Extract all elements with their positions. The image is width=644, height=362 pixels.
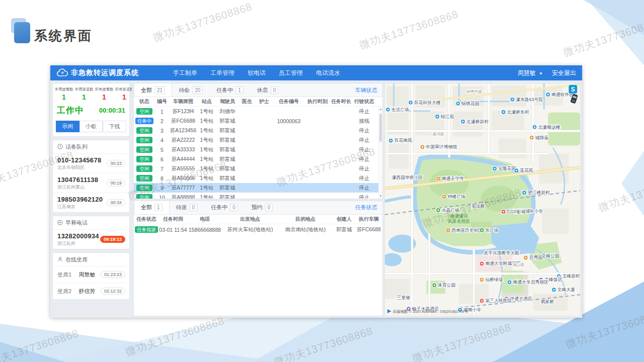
task-status-link[interactable]: 任务状态	[355, 204, 382, 211]
cell-driver: 郭富城	[216, 165, 238, 172]
cell-task_no: 10000063	[273, 118, 305, 124]
call-queue-list: 010-12345678北京市朝阳区00:2313047611138浙江杭州萧山…	[53, 154, 129, 212]
scroll-down-arrow[interactable]: ▼	[379, 194, 382, 199]
tab-任务中[interactable]: 任务中0	[204, 201, 245, 214]
tab-预约[interactable]: 预约0	[245, 201, 280, 214]
watermark: 微功夫13773608868	[358, 7, 460, 52]
status-badge: 空闲	[136, 127, 152, 134]
clock-icon	[57, 144, 63, 150]
map[interactable]: 钟秀中路南通软件园濠东路63号院百花科技大楼锦绣花园生活广场北濠桥东村锦江苑北濠…	[384, 83, 581, 316]
user-menu[interactable]: 周慧敏 ▼	[518, 69, 543, 77]
stat: 所有接警数1	[94, 86, 114, 101]
tab-全部[interactable]: 全部21	[134, 83, 172, 97]
task-status-badge: 任务指派	[135, 226, 158, 233]
watermark: 微功夫13773608868	[272, 324, 375, 362]
status-button-示闲[interactable]: 示闲	[56, 121, 79, 132]
column-header: 行驶状态	[352, 98, 376, 105]
slide: 系统界面 微功夫13773608868微功夫13773608868微功夫1377…	[0, 0, 644, 362]
menu-item-4[interactable]: 员工管理	[279, 69, 303, 77]
stat-label: 本周派遣数	[75, 86, 94, 92]
stats-row: 本周接警数1本周派遣数1所有接警数1所有派遣数1	[53, 83, 129, 101]
table-row[interactable]: 空闲8苏A666661号站郭富城停止	[134, 173, 382, 183]
cell-station: 1号站	[197, 118, 216, 125]
status-badge: 空闲	[136, 194, 152, 198]
logout-button[interactable]: 安全退出	[552, 69, 576, 77]
tab-休息[interactable]: 休息0	[251, 83, 286, 97]
table-row[interactable]: 空闲9苏A777771号站郭富城停止	[134, 183, 382, 193]
vehicle-status-link[interactable]: 车辆状态	[355, 86, 382, 94]
table-row[interactable]: 空闲6苏A444441号站郭富城停止	[134, 154, 382, 164]
column-header: 驾驶员	[216, 98, 238, 105]
tab-任务中[interactable]: 任务中1	[210, 83, 251, 97]
decoration-triangle	[584, 0, 644, 35]
map-label: 钟楼广场	[447, 194, 465, 199]
column-header: 车辆牌照	[169, 98, 197, 105]
column-header: 任务编号	[273, 98, 305, 105]
table-row[interactable]: 空闲1苏F123f41号站刘德华停止	[134, 107, 382, 116]
map-label: 城隍庙	[535, 135, 549, 140]
column-header: 创建人	[333, 216, 355, 223]
list-item[interactable]: 010-12345678北京市朝阳区00:23	[53, 154, 129, 173]
early-release-list: 13282000934浙江杭州09:19:12	[53, 230, 129, 249]
status-button-下线[interactable]: 下线	[103, 121, 126, 132]
table-row[interactable]: 空闲4苏A222221号站郭富城停止	[134, 135, 382, 145]
map-canvas: 钟秀中路南通软件园濠东路63号院百花科技大楼锦绣花园生活广场北濠桥东村锦江苑北濠…	[385, 83, 580, 316]
cell-driver: 郭富城	[216, 146, 238, 153]
map-label: 望江楼新村	[528, 190, 550, 195]
table-row[interactable]: 空闲3苏A1234561号站郭富城停止	[134, 126, 382, 135]
status-button-小歇[interactable]: 小歇	[79, 121, 103, 132]
cell-creator: 郭富城	[333, 226, 355, 233]
scrollbar-thumb[interactable]	[379, 114, 382, 142]
column-header: 执行时刻	[305, 98, 330, 105]
map-label: 仙桥绿堤	[485, 277, 503, 282]
map-label: 北濠顺达楼	[538, 125, 560, 130]
table-row[interactable]: 空闲7苏A555551号站郭富城停止	[134, 164, 382, 173]
tab-label: 待派	[176, 204, 187, 211]
cell-station: 1号站	[197, 146, 216, 153]
watermark: 微功夫13773608868	[411, 320, 513, 362]
agent-seat: 坐席1	[57, 271, 71, 279]
metro-logo-icon: S	[569, 85, 577, 94]
tab-待派[interactable]: 待派0	[170, 201, 205, 214]
table-row[interactable]: 任务中2苏FC66881号站郭富城10000063接线	[134, 116, 382, 126]
tab-待命[interactable]: 待命20	[172, 83, 210, 97]
column-header: 编号	[155, 98, 169, 105]
list-item[interactable]: 13282000934浙江杭州09:19:12	[53, 230, 129, 249]
duration-badge: 01:23:23	[101, 271, 125, 278]
map-label: 百花南苑	[394, 138, 412, 143]
tab-全部[interactable]: 全部1	[134, 201, 170, 214]
svg-text:高德地图 © 2020 AutoNavi - GS(2018: 高德地图 © 2020 AutoNavi - GS(2018)1709号	[393, 309, 468, 314]
duration-badge: 00:23	[107, 160, 125, 167]
menu-item-5[interactable]: 电话流水	[316, 69, 340, 77]
cell-vehicle: 苏FC6688	[355, 226, 382, 233]
person-icon	[57, 256, 63, 263]
phone-release-icon	[57, 220, 63, 226]
stat-value: 1	[74, 93, 94, 101]
menu-item-2[interactable]: 工单管理	[210, 69, 234, 77]
cell-driver: 郭富城	[216, 137, 238, 144]
decoration-triangle	[564, 0, 644, 65]
tab-count: 0	[265, 204, 273, 211]
map-label: 北濠桥东村	[507, 110, 529, 115]
early-release-card: 早释电话 13282000934浙江杭州09:19:12	[52, 216, 130, 249]
scroll-up-arrow[interactable]: ▲	[379, 107, 382, 112]
list-item[interactable]: 13047611138浙江杭州萧山00:19	[53, 173, 129, 193]
stat-label: 本周接警数	[55, 86, 73, 92]
cell-drive: 停止	[352, 194, 376, 199]
menu-item-3[interactable]: 软电话	[248, 69, 266, 77]
column-header: 任务状态	[134, 216, 159, 223]
agent-row[interactable]: 坐席2舒信芳02:12:32	[53, 283, 129, 299]
tab-label: 休息	[257, 86, 268, 94]
menu-item-1[interactable]: 手工制单	[173, 69, 197, 77]
table-row[interactable]: 空闲5苏A333331号站郭富城停止	[134, 145, 382, 154]
cell-station: 1号站	[197, 194, 216, 199]
status-badge: 空闲	[136, 156, 152, 162]
vertical-scrollbar[interactable]: ▲ ▼	[378, 107, 382, 199]
column-header: 出发地点	[222, 216, 278, 223]
list-item[interactable]: 198503962120江苏南京00:34	[53, 193, 129, 212]
agent-row[interactable]: 坐席1周慧敏01:23:23	[53, 266, 129, 283]
table-row[interactable]: 空闲10苏A888881号站郭富城停止	[134, 193, 382, 199]
tab-count: 0	[271, 86, 279, 94]
table-row[interactable]: 任务指派03-01 11:5415866668888苏州火车站(地铁站)南京南站…	[134, 224, 382, 235]
column-header: 电话	[187, 216, 222, 223]
